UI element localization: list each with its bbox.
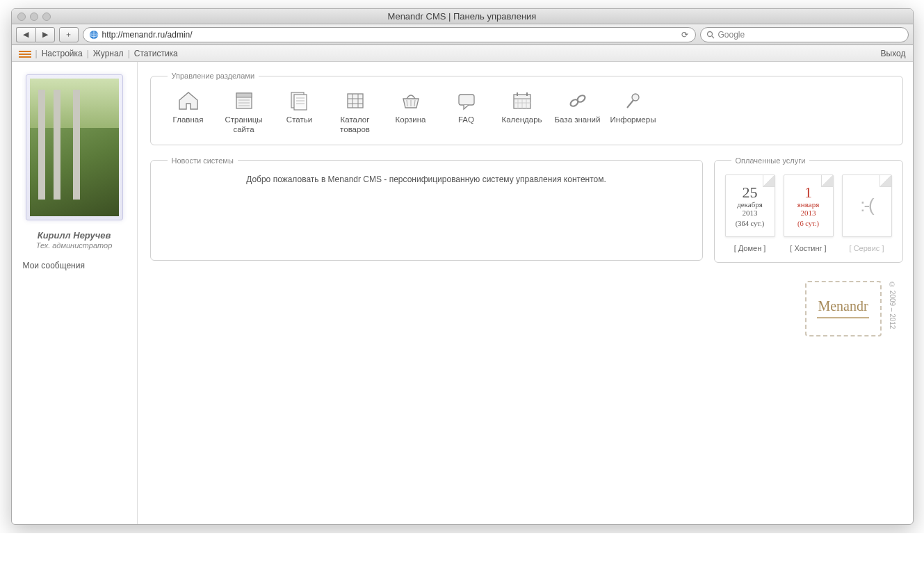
sections-legend: Управление разделами [168, 72, 259, 80]
add-bookmark-button[interactable]: ＋ [59, 27, 79, 42]
calendar-icon [508, 90, 536, 112]
url-text: http://menandr.ru/admin/ [102, 30, 676, 40]
svg-rect-13 [294, 95, 307, 110]
services-legend: Оплаченные услуги [731, 156, 810, 165]
chain-icon [564, 90, 592, 112]
sad-face-icon: :-( [860, 195, 873, 216]
home-icon [175, 90, 202, 112]
back-button[interactable]: ◀ [16, 27, 35, 42]
avatar[interactable] [26, 74, 123, 220]
titlebar: Menandr CMS | Панель управления [12, 9, 913, 24]
window-controls [12, 13, 51, 21]
my-messages-link[interactable]: Мои сообщения [20, 261, 85, 270]
close-window-button[interactable] [17, 13, 26, 21]
reload-icon[interactable]: ⟳ [680, 30, 690, 40]
articles-icon [286, 90, 314, 112]
paid-services-panel: Оплаченные услуги 25 декабря 2013 (364 с… [714, 156, 903, 263]
faq-icon [453, 90, 480, 112]
svg-rect-25 [459, 95, 474, 105]
service-domain[interactable]: 25 декабря 2013 (364 сут.) [ Домен ] [724, 175, 776, 252]
svg-point-36 [632, 94, 639, 101]
svg-rect-5 [19, 54, 31, 55]
service-hosting[interactable]: 1 января 2013 (6 сут.) [ Хостинг ] [783, 175, 834, 252]
service-extra[interactable]: :-( [ Сервис ] [841, 175, 893, 252]
section-articles[interactable]: Статьи [272, 90, 327, 135]
minimize-window-button[interactable] [30, 13, 38, 21]
catalog-icon [341, 90, 369, 112]
section-faq[interactable]: FAQ [439, 90, 494, 135]
admin-topbar: | Настройка | Журнал | Статистика Выход [12, 45, 913, 62]
nav-stats[interactable]: Статистика [134, 49, 178, 58]
svg-rect-8 [236, 93, 252, 97]
svg-line-3 [712, 36, 714, 38]
copyright: © 2009 – 2012 [889, 281, 896, 329]
user-role: Тех. администратор [36, 241, 113, 250]
sections-panel: Управление разделами Главная Страницы са… [150, 72, 903, 145]
browser-toolbar: ◀ ▶ ＋ http://menandr.ru/admin/ ⟳ Google [12, 24, 913, 45]
nav-journal[interactable]: Журнал [93, 49, 124, 58]
section-informers[interactable]: Информеры [606, 90, 661, 135]
sections-row: Главная Страницы сайта Статьи [161, 90, 893, 135]
forward-button[interactable]: ▶ [35, 27, 55, 42]
site-icon [89, 30, 99, 40]
section-catalog[interactable]: Каталог товаров [327, 90, 383, 135]
svg-rect-33 [526, 92, 528, 96]
system-news-panel: Новости системы Добро пожаловать в Menan… [150, 156, 703, 261]
section-pages[interactable]: Страницы сайта [216, 90, 272, 135]
welcome-text: Добро пожаловать в Menandr CMS - персони… [246, 175, 606, 184]
news-legend: Новости системы [168, 156, 238, 165]
admin-home-icon[interactable] [19, 49, 31, 58]
search-field[interactable]: Google [700, 27, 909, 42]
section-cart[interactable]: Корзина [383, 90, 439, 135]
main-content: Управление разделами Главная Страницы са… [137, 62, 913, 524]
svg-rect-4 [19, 51, 31, 52]
svg-rect-32 [517, 92, 518, 96]
browser-window: Menandr CMS | Панель управления ◀ ▶ ＋ ht… [11, 8, 914, 525]
brand-stamp[interactable]: Menandr [805, 281, 882, 336]
sidebar: Кирилл Неручев Тех. администратор Мои со… [12, 62, 137, 524]
footer: Menandr © 2009 – 2012 [150, 274, 903, 336]
pages-icon [230, 90, 258, 112]
zoom-window-button[interactable] [42, 13, 51, 21]
user-name: Кирилл Неручев [38, 230, 111, 241]
search-placeholder: Google [718, 30, 745, 40]
nav-logout[interactable]: Выход [881, 49, 906, 58]
nav-settings[interactable]: Настройка [42, 49, 83, 58]
section-calendar[interactable]: Календарь [494, 90, 550, 135]
svg-line-37 [627, 100, 633, 108]
window-title: Menandr CMS | Панель управления [12, 11, 913, 22]
pin-icon [619, 90, 647, 112]
svg-rect-6 [19, 56, 31, 58]
section-home[interactable]: Главная [161, 90, 216, 135]
avatar-image [30, 79, 119, 216]
address-bar[interactable]: http://menandr.ru/admin/ ⟳ [83, 27, 696, 42]
svg-rect-17 [348, 94, 363, 108]
basket-icon [397, 90, 425, 112]
section-kb[interactable]: База знаний [550, 90, 606, 135]
svg-point-2 [707, 31, 712, 36]
search-icon [706, 31, 715, 39]
svg-point-35 [576, 94, 585, 103]
